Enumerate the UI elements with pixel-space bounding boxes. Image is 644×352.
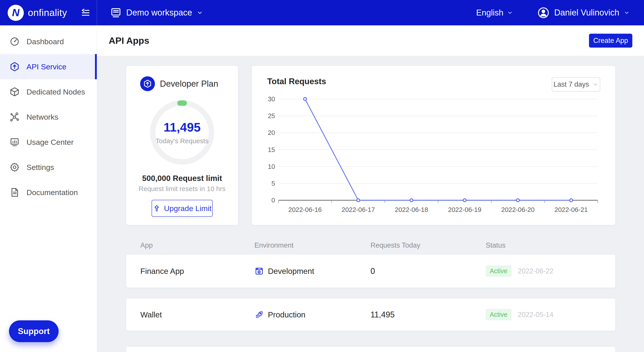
navbar-brand-section: N onfinality [0,0,97,25]
avatar-icon [537,6,550,19]
status-badge: Active [486,265,512,277]
sidebar-item-networks[interactable]: Networks [0,104,97,130]
chevron-down-icon [507,10,513,16]
svg-text:0: 0 [272,197,275,204]
requests-line-chart: 0510152025302022-06-162022-06-172022-06-… [252,66,615,225]
top-navbar: N onfinality Demo workspace English [0,0,644,25]
svg-text:15: 15 [268,146,275,153]
usage-icon [10,137,20,147]
sidebar-item-label: API Service [26,62,66,71]
table-row-partial[interactable] [126,347,615,352]
upgrade-icon [153,204,161,212]
svg-text:25: 25 [268,112,275,120]
user-name: Daniel Vulinovich [554,8,619,18]
sidebar-item-dashboard[interactable]: Dashboard [0,29,97,54]
sidebar-item-label: Usage Center [26,138,74,146]
network-icon [10,112,20,122]
page-title: API Apps [109,36,149,46]
language-selector[interactable]: English [476,8,513,18]
gear-icon [10,162,20,172]
workspace-name: Demo workspace [126,8,192,18]
requests-today-cell: 0 [370,266,375,276]
column-header-status: Status [486,241,506,250]
plan-icon [140,76,155,91]
svg-text:2022-06-18: 2022-06-18 [395,206,428,213]
usage-progress-ring: 11,495 Today's Requests [148,99,216,166]
workspace-icon [110,7,122,19]
api-service-icon [10,62,20,72]
sidebar-collapse-icon[interactable] [80,8,91,18]
status-date: 2022-06-22 [518,267,554,275]
requests-today-value: 11,495 [164,120,200,134]
svg-text:2022-06-20: 2022-06-20 [501,206,534,213]
column-header-requests-today: Requests Today [370,241,420,250]
column-header-app: App [140,241,153,250]
chevron-down-icon [197,10,203,16]
plan-card-header: Developer Plan [126,66,238,91]
plan-title: Developer Plan [160,79,218,89]
rocket-icon [254,310,264,320]
navbar-right: English Daniel Vulinovich [476,6,630,19]
cube-icon [10,87,20,97]
create-app-button[interactable]: Create App [589,34,632,48]
svg-text:10: 10 [268,163,275,170]
total-requests-card: Total Requests Last 7 days 0510152025302… [252,66,615,225]
language-label: English [476,8,504,18]
status-date: 2022-05-14 [518,311,554,319]
app-name: Wallet [140,310,162,319]
sidebar-nav: Dashboard API Service Dedicated Nodes Ne… [0,25,97,205]
sidebar-item-label: Dedicated Nodes [26,88,85,96]
requests-today-cell: 11,495 [370,310,394,320]
dev-window-icon [254,266,264,276]
table-row-wallet[interactable]: Wallet Production 11,495 Active 2022-05-… [126,298,615,331]
requests-today-caption: Today's Requests [156,137,208,145]
limit-reset-note: Request limit resets in 10 hrs [126,185,238,192]
document-icon [10,187,20,198]
sidebar-item-label: Settings [26,163,54,172]
svg-text:2022-06-17: 2022-06-17 [342,206,375,213]
environment-label: Development [268,267,314,276]
environment-label: Production [268,310,306,319]
sidebar-item-documentation[interactable]: Documentation [0,180,97,205]
chevron-down-icon [624,10,630,16]
app-name: Finance App [140,267,184,276]
brand-logo[interactable]: N onfinality [8,5,80,21]
brand-name: onfinality [28,7,67,18]
upgrade-limit-button[interactable]: Upgrade Limit [152,200,213,217]
svg-text:2022-06-19: 2022-06-19 [448,206,481,213]
svg-text:30: 30 [268,96,275,102]
sidebar-item-usage-center[interactable]: Usage Center [0,130,97,155]
sidebar-item-api-service[interactable]: API Service [0,54,97,79]
sidebar-item-label: Networks [26,113,58,122]
svg-text:5: 5 [272,180,275,187]
status-badge: Active [486,309,512,320]
column-header-environment: Environment [254,241,294,250]
svg-text:2022-06-16: 2022-06-16 [288,206,322,213]
apps-table-header: App Environment Requests Today Status [126,236,615,254]
request-limit-text: 500,000 Request limit [126,174,238,183]
sidebar-item-settings[interactable]: Settings [0,155,97,180]
dashboard-icon [10,36,20,47]
svg-text:2022-06-21: 2022-06-21 [554,206,588,213]
support-button[interactable]: Support [9,320,58,342]
sidebar-item-label: Dashboard [26,37,64,46]
logo-icon: N [8,5,24,21]
sidebar: Dashboard API Service Dedicated Nodes Ne… [0,25,97,352]
main-content: API Apps Create App Developer Plan 11,49… [97,25,644,352]
sidebar-item-label: Documentation [26,188,78,197]
developer-plan-card: Developer Plan 11,495 Today's Requests 5… [126,66,238,225]
workspace-switcher[interactable]: Demo workspace [110,7,203,19]
table-row-finance-app[interactable]: Finance App Development 0 Active 2022-06… [126,254,615,288]
page-header: API Apps Create App [97,25,644,56]
svg-text:20: 20 [268,129,275,136]
sidebar-item-dedicated-nodes[interactable]: Dedicated Nodes [0,79,97,104]
user-menu[interactable]: Daniel Vulinovich [537,6,630,19]
